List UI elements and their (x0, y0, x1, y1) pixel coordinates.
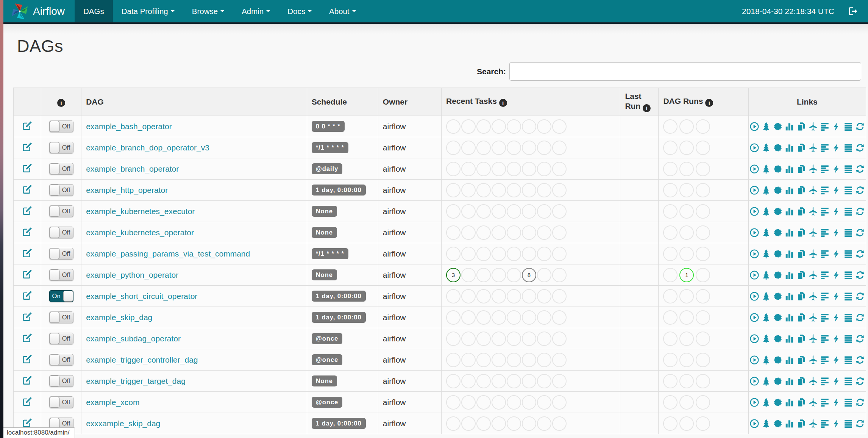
dag-pause-toggle[interactable]: Off (49, 163, 73, 175)
dag-run-circle[interactable] (663, 183, 678, 197)
trigger-dag-icon[interactable] (749, 185, 759, 195)
recent-task-circle[interactable] (552, 374, 567, 388)
dag-link[interactable]: example_http_operator (86, 186, 168, 194)
gantt-view-icon[interactable] (820, 334, 830, 344)
recent-task-circle[interactable] (492, 289, 506, 303)
edit-dag-button[interactable] (22, 332, 33, 343)
landing-times-icon[interactable] (808, 355, 818, 365)
dag-run-circle[interactable] (696, 353, 710, 367)
trigger-dag-icon[interactable] (749, 313, 759, 322)
recent-task-circle[interactable] (522, 374, 536, 388)
graph-view-icon[interactable] (773, 355, 783, 365)
task-details-icon[interactable] (843, 419, 853, 429)
graph-view-icon[interactable] (773, 270, 783, 280)
refresh-icon[interactable] (855, 291, 865, 301)
recent-task-circle[interactable] (507, 225, 521, 240)
dag-run-circle[interactable] (696, 225, 710, 240)
recent-task-circle[interactable] (522, 353, 536, 367)
dag-run-circle[interactable] (696, 162, 710, 176)
dag-run-circle[interactable] (663, 162, 678, 176)
edit-dag-button[interactable] (22, 205, 33, 216)
dag-run-circle[interactable] (696, 141, 710, 155)
recent-task-circle[interactable] (446, 162, 461, 176)
task-details-icon[interactable] (843, 185, 853, 195)
task-tries-icon[interactable] (796, 228, 806, 238)
recent-task-circle[interactable] (522, 119, 536, 134)
info-icon[interactable] (643, 104, 651, 112)
tree-view-icon[interactable] (761, 355, 771, 365)
recent-task-circle[interactable] (537, 268, 551, 282)
dag-link[interactable]: example_bash_operator (86, 122, 172, 131)
task-tries-icon[interactable] (796, 376, 806, 386)
dag-run-circle[interactable] (679, 353, 694, 367)
tree-view-icon[interactable] (761, 334, 771, 344)
recent-task-circle[interactable] (492, 183, 506, 197)
code-view-icon[interactable] (832, 249, 841, 259)
recent-task-circle[interactable] (476, 162, 491, 176)
tree-view-icon[interactable] (761, 376, 771, 386)
dag-run-circle[interactable] (679, 141, 694, 155)
recent-task-circle[interactable] (507, 162, 521, 176)
landing-times-icon[interactable] (808, 164, 818, 174)
dag-run-circle[interactable] (663, 374, 678, 388)
recent-task-circle[interactable] (522, 183, 536, 197)
recent-task-circle[interactable] (552, 183, 567, 197)
recent-task-circle[interactable] (461, 141, 476, 155)
code-view-icon[interactable] (832, 313, 841, 322)
dag-run-circle[interactable] (696, 374, 710, 388)
dag-pause-toggle[interactable]: Off (49, 333, 73, 344)
graph-view-icon[interactable] (773, 291, 783, 301)
graph-view-icon[interactable] (773, 334, 783, 344)
code-view-icon[interactable] (832, 291, 841, 301)
dag-link[interactable]: example_xcom (86, 398, 139, 407)
recent-task-circle[interactable] (476, 310, 491, 325)
dag-pause-toggle[interactable]: Off (49, 396, 73, 408)
task-tries-icon[interactable] (796, 164, 806, 174)
dag-link[interactable]: example_branch_operator (86, 164, 179, 173)
refresh-icon[interactable] (855, 249, 865, 259)
recent-task-circle[interactable] (522, 395, 536, 410)
task-details-icon[interactable] (843, 313, 853, 322)
dag-run-circle[interactable] (663, 119, 678, 134)
nav-item-browse[interactable]: Browse (183, 0, 233, 22)
recent-task-circle[interactable] (537, 395, 551, 410)
recent-task-circle[interactable] (461, 183, 476, 197)
recent-task-circle[interactable] (522, 204, 536, 219)
edit-dag-button[interactable] (22, 311, 33, 322)
refresh-icon[interactable] (855, 419, 865, 429)
recent-task-circle[interactable]: 3 (446, 268, 461, 282)
nav-item-admin[interactable]: Admin (233, 0, 279, 22)
task-duration-icon[interactable] (785, 270, 795, 280)
dag-run-circle[interactable] (663, 268, 678, 282)
task-duration-icon[interactable] (785, 185, 795, 195)
recent-task-circle[interactable] (552, 162, 567, 176)
dag-run-circle[interactable] (679, 332, 694, 346)
dag-run-circle[interactable] (679, 374, 694, 388)
recent-task-circle[interactable] (537, 416, 551, 431)
tree-view-icon[interactable] (761, 313, 771, 322)
dag-run-circle[interactable] (696, 119, 710, 134)
gantt-view-icon[interactable] (820, 228, 830, 238)
graph-view-icon[interactable] (773, 228, 783, 238)
search-input[interactable] (509, 62, 861, 81)
dag-pause-toggle[interactable]: Off (49, 248, 73, 260)
tree-view-icon[interactable] (761, 419, 771, 429)
recent-task-circle[interactable] (537, 119, 551, 134)
recent-task-circle[interactable] (507, 289, 521, 303)
landing-times-icon[interactable] (808, 206, 818, 216)
recent-task-circle[interactable] (476, 374, 491, 388)
recent-task-circle[interactable] (446, 332, 461, 346)
dag-run-circle[interactable] (679, 395, 694, 410)
dag-pause-toggle[interactable]: Off (49, 269, 73, 281)
recent-task-circle[interactable] (492, 268, 506, 282)
edit-dag-button[interactable] (22, 163, 33, 174)
gantt-view-icon[interactable] (820, 206, 830, 216)
recent-task-circle[interactable] (476, 395, 491, 410)
task-details-icon[interactable] (843, 249, 853, 259)
recent-task-circle[interactable] (552, 141, 567, 155)
landing-times-icon[interactable] (808, 270, 818, 280)
recent-task-circle[interactable] (461, 310, 476, 325)
dag-run-circle[interactable] (696, 395, 710, 410)
dag-link[interactable]: example_branch_dop_operator_v3 (86, 143, 209, 152)
task-details-icon[interactable] (843, 143, 853, 153)
